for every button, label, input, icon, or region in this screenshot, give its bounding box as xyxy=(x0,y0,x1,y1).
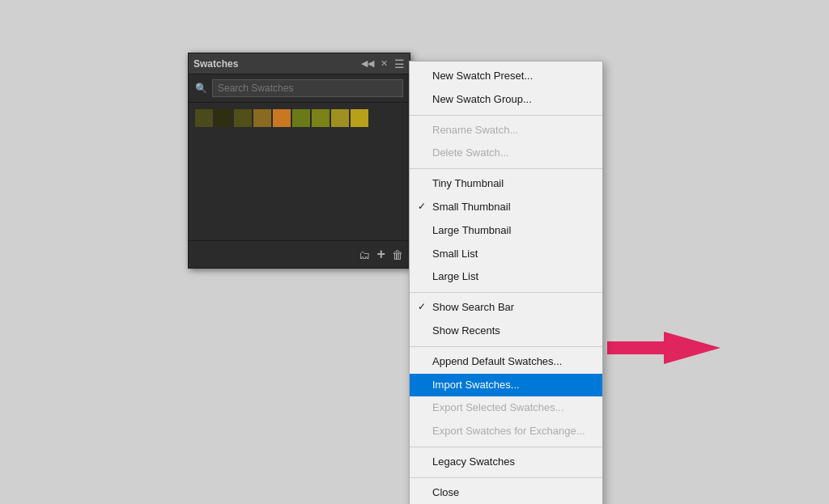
menu-item-import-swatches[interactable]: Import Swatches... xyxy=(410,374,602,397)
svg-marker-0 xyxy=(607,332,721,364)
menu-item-small-thumbnail[interactable]: Small Thumbnail xyxy=(410,196,602,219)
menu-section-close: Close Close Tab Group xyxy=(410,478,602,504)
menu-item-export-selected[interactable]: Export Selected Swatches... xyxy=(410,396,602,420)
swatch-item[interactable] xyxy=(253,109,271,127)
panel-close-button[interactable]: ✕ xyxy=(380,59,388,68)
arrow-indicator xyxy=(607,328,721,368)
swatch-row xyxy=(195,109,403,127)
panel-title: Swatches xyxy=(193,58,238,70)
menu-section-rename: Rename Swatch... Delete Swatch... xyxy=(410,116,602,170)
search-bar: 🔍 xyxy=(189,74,410,103)
folder-icon[interactable]: 🗂 xyxy=(359,248,370,261)
menu-item-close[interactable]: Close xyxy=(410,481,602,504)
menu-section-new: New Swatch Preset... New Swatch Group... xyxy=(410,61,602,116)
swatch-item[interactable] xyxy=(215,109,232,127)
swatch-item[interactable] xyxy=(234,109,252,127)
menu-item-new-preset[interactable]: New Swatch Preset... xyxy=(410,65,602,88)
search-icon: 🔍 xyxy=(195,83,207,94)
menu-item-show-recents[interactable]: Show Recents xyxy=(410,320,602,343)
menu-item-large-thumbnail[interactable]: Large Thumbnail xyxy=(410,219,602,243)
menu-section-show: Show Search Bar Show Recents xyxy=(410,293,602,347)
swatches-panel: Swatches ◀◀ ✕ ☰ 🔍 xyxy=(188,53,410,269)
menu-section-legacy: Legacy Swatches xyxy=(410,447,602,478)
menu-item-rename[interactable]: Rename Swatch... xyxy=(410,119,602,142)
add-swatch-button[interactable]: + xyxy=(376,246,385,263)
panel-controls: ◀◀ ✕ ☰ xyxy=(361,57,405,70)
menu-item-new-group[interactable]: New Swatch Group... xyxy=(410,88,602,112)
context-menu: New Swatch Preset... New Swatch Group...… xyxy=(409,61,603,504)
main-container: Swatches ◀◀ ✕ ☰ 🔍 xyxy=(0,0,829,504)
menu-item-export-exchange[interactable]: Export Swatches for Exchange... xyxy=(410,420,602,443)
arrow-icon xyxy=(607,328,721,368)
menu-item-large-list[interactable]: Large List xyxy=(410,265,602,289)
search-input[interactable] xyxy=(212,79,403,97)
menu-section-thumbnail: Tiny Thumbnail Small Thumbnail Large Thu… xyxy=(410,169,602,293)
swatch-item[interactable] xyxy=(195,109,213,127)
menu-section-import-export: Append Default Swatches... Import Swatch… xyxy=(410,347,602,447)
menu-item-small-list[interactable]: Small List xyxy=(410,243,602,266)
panel-title-left: Swatches xyxy=(193,58,238,70)
menu-item-legacy-swatches[interactable]: Legacy Swatches xyxy=(410,451,602,474)
menu-item-append-default[interactable]: Append Default Swatches... xyxy=(410,350,602,374)
panel-titlebar: Swatches ◀◀ ✕ ☰ xyxy=(189,53,410,74)
swatches-grid xyxy=(189,103,410,240)
menu-item-delete[interactable]: Delete Swatch... xyxy=(410,142,602,165)
delete-swatch-button[interactable]: 🗑 xyxy=(392,248,403,261)
menu-item-tiny-thumbnail[interactable]: Tiny Thumbnail xyxy=(410,172,602,196)
panel-menu-button[interactable]: ☰ xyxy=(394,57,405,70)
swatch-item[interactable] xyxy=(331,109,349,127)
panel-toolbar: 🗂 + 🗑 xyxy=(189,240,410,268)
menu-item-show-search-bar[interactable]: Show Search Bar xyxy=(410,296,602,320)
panel-collapse-button[interactable]: ◀◀ xyxy=(361,59,374,68)
swatch-item[interactable] xyxy=(312,109,329,127)
swatch-item[interactable] xyxy=(273,109,291,127)
swatch-item[interactable] xyxy=(292,109,310,127)
swatch-item[interactable] xyxy=(351,109,368,127)
